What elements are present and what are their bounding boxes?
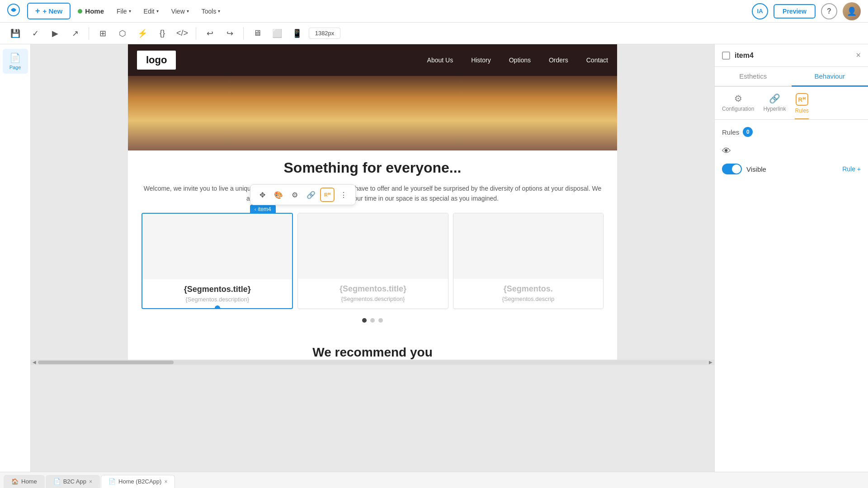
scroll-track[interactable] [38,361,707,364]
preview-button[interactable]: Preview [774,4,816,19]
chevron-left-icon: ‹ [255,207,256,212]
avatar[interactable]: 👤 [843,2,861,20]
rule-add-button[interactable]: Rule + [842,165,861,173]
chevron-down-icon: ▾ [129,9,131,14]
play-button[interactable]: ▶ [47,25,63,42]
rp-close-button[interactable]: × [856,51,861,60]
sidebar-item-page[interactable]: 📄 Page [3,49,28,74]
canvas-area[interactable]: logo About Us History Options Orders Con… [31,44,714,472]
toggle-knob [732,164,741,174]
card-3-image [453,213,603,279]
subtab-configuration[interactable]: ⚙ Configuration [722,93,754,119]
home-b2capp-close-button[interactable]: × [164,479,167,485]
edit-menu[interactable]: Edit ▾ [138,5,164,18]
chevron-down-icon: ▾ [218,9,220,14]
mobile-view-button[interactable]: 📱 [289,25,305,42]
toolbar-separator [196,27,196,40]
item-checkbox[interactable] [722,52,730,60]
undo-button[interactable]: ↩ [202,25,218,42]
new-button[interactable]: + + New [27,3,71,19]
ia-button[interactable]: IA [752,3,768,19]
carousel-dots [142,318,604,323]
bottom-tabs: 🏠 Home 📄 B2C App × 📄 Home (B2CApp) × [0,472,868,488]
left-sidebar: 📄 Page [0,44,31,472]
code-button[interactable]: {} [154,25,170,42]
html-button[interactable]: </> [174,25,190,42]
carousel-dot-3[interactable] [378,318,383,323]
card-2-body: {Segmentos.title} {Segmentos.description… [298,279,448,308]
more-options-button[interactable]: ⋮ [336,188,351,202]
site-nav-about[interactable]: About Us [427,56,453,64]
site-nav-history[interactable]: History [471,56,491,64]
bottom-tab-home[interactable]: 🏠 Home [4,475,45,488]
card-3-title: {Segmentos. [459,284,598,294]
card-3[interactable]: {Segmentos. {Segmentos.descrip [453,213,604,309]
cards-row: {Segmentos.title} {Segmentos.description… [142,213,604,309]
site-hero-title: Something for everyone... [142,160,604,176]
rp-header: item4 × [715,44,868,67]
check-button[interactable]: ✓ [27,25,43,42]
subtab-hyperlink[interactable]: 🔗 Hyperlink [763,93,786,119]
new-label: + New [43,7,63,15]
visible-toggle[interactable] [722,164,742,174]
rp-subtabs: ⚙ Configuration 🔗 Hyperlink Rᴹ Rules [715,87,868,120]
site-nav-contact[interactable]: Contact [586,56,608,64]
canvas-width[interactable]: 1382px [309,28,340,39]
b2capp-close-button[interactable]: × [89,479,92,485]
site-content: Something for everyone... Welcome, we in… [128,150,617,336]
card-3-body: {Segmentos. {Segmentos.descrip [453,279,603,308]
rp-tabs: Esthetics Behaviour [715,67,868,87]
app-logo-icon[interactable] [7,4,20,19]
home-label: Home [78,7,104,15]
toolbar: 💾 ✓ ▶ ↗ ⊞ ⬡ ⚡ {} </> ↩ ↪ 🖥 ⬜ 📱 1382px [0,23,868,44]
help-button[interactable]: ? [821,3,837,19]
toolbar-separator [89,27,89,40]
toolbar-separator [243,27,244,40]
desktop-view-button[interactable]: 🖥 [249,25,265,42]
scroll-right-arrow[interactable]: ▶ [709,360,712,365]
b2capp-tab-icon: 📄 [53,478,61,485]
view-menu[interactable]: View ▾ [166,5,194,18]
site-hero [128,76,617,150]
move-tool-button[interactable]: ✥ [255,188,269,202]
site-nav-options[interactable]: Options [509,56,531,64]
avatar-image: 👤 [843,2,861,20]
carousel-dot-2[interactable] [370,318,375,323]
rules-button[interactable]: Rᴹ [320,188,335,202]
card-2-desc: {Segmentos.description} [303,296,442,302]
scroll-thumb[interactable] [38,361,174,364]
card-1[interactable]: {Segmentos.title} {Segmentos.description… [142,213,293,309]
tab-behaviour[interactable]: Behaviour [792,67,868,87]
scroll-left-arrow[interactable]: ◀ [33,360,36,365]
site-nav-orders[interactable]: Orders [549,56,568,64]
file-menu[interactable]: File ▾ [111,5,137,18]
resize-handle[interactable] [215,305,220,309]
link-button[interactable]: 🔗 [304,188,318,202]
rules-count-badge: 0 [743,127,753,137]
tools-menu[interactable]: Tools ▾ [196,5,226,18]
section-recommend: We recommend you [128,336,617,360]
card-1-image [142,214,292,279]
components-button[interactable]: ⊞ [94,25,111,42]
bottom-tab-home-b2capp[interactable]: 📄 Home (B2CApp) × [101,475,175,488]
card-2[interactable]: {Segmentos.title} {Segmentos.description… [297,213,448,309]
card-1-body: {Segmentos.title} {Segmentos.description… [142,279,292,308]
style-button[interactable]: 🎨 [271,188,286,202]
horizontal-scrollbar[interactable]: ◀ ▶ [31,360,714,365]
carousel-dot-1[interactable] [362,318,367,323]
subtab-rules[interactable]: Rᴹ Rules [795,93,809,119]
settings-button[interactable]: ⚙ [288,188,302,202]
top-nav: + + New Home File ▾ Edit ▾ View ▾ Tools … [0,0,868,23]
data-button[interactable]: ⚡ [134,25,151,42]
site-nav: About Us History Options Orders Contact [427,56,608,64]
tablet-view-button[interactable]: ⬜ [269,25,285,42]
export-button[interactable]: ↗ [67,25,83,42]
tab-esthetics[interactable]: Esthetics [715,67,792,86]
redo-button[interactable]: ↪ [222,25,238,42]
layers-button[interactable]: ⬡ [114,25,131,42]
save-button[interactable]: 💾 [7,25,24,42]
toggle-wrapper [722,164,742,174]
bottom-tab-b2capp[interactable]: 📄 B2C App × [46,475,100,488]
visible-rule-row: Visible Rule + [722,164,861,174]
main-nav: File ▾ Edit ▾ View ▾ Tools ▾ [111,5,226,18]
